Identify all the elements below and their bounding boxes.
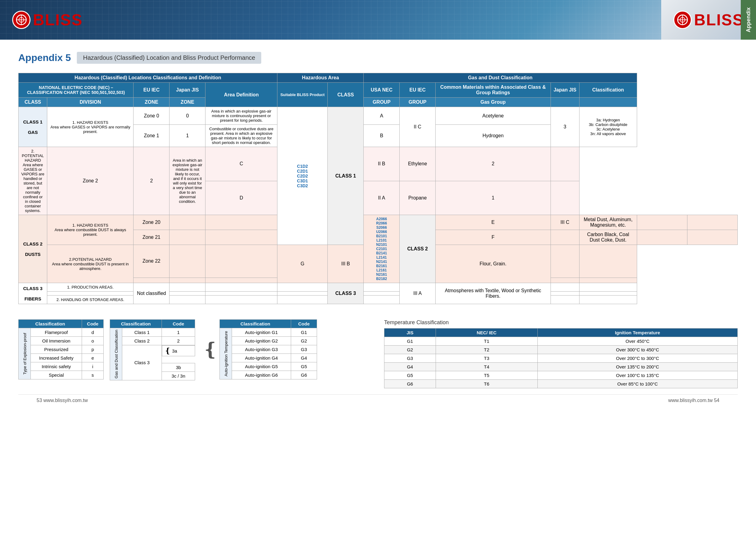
table-row: Special s — [18, 371, 104, 380]
table-row: Auto-ignition Temperature Auto-ignition … — [220, 328, 317, 337]
table-row: Auto-ignition G2 G2 — [220, 337, 317, 345]
code-e: e — [82, 354, 104, 362]
logo-icon-left — [12, 11, 31, 29]
zone21-num — [170, 230, 205, 245]
code-s: s — [82, 371, 104, 380]
appendix-title-row: Appendix 5 Hazardous (Classified) Locati… — [18, 52, 738, 64]
class3-class — [579, 283, 637, 292]
flourGrain: Flour, Grain. — [436, 245, 551, 283]
temp-nec: T1 — [436, 337, 537, 346]
class3-row: Class 3 — [122, 345, 162, 380]
table-row: Gas and Dust Classification Class 1 1 — [110, 328, 195, 337]
class2-products: A2066 R2066 S2066 U2066 B2101 L2101 N210… — [364, 215, 400, 283]
flameproof: Flameproof — [31, 328, 82, 337]
header-left: BLISS — [0, 0, 95, 40]
header-japan-jis3 — [579, 98, 637, 107]
header-area-def: Area Definition — [205, 83, 277, 107]
class2-class-f — [687, 230, 738, 245]
zone22-num — [170, 245, 205, 278]
groupF: F — [436, 230, 551, 245]
zone2-label: Zone 2 — [47, 147, 134, 215]
zone22b — [134, 278, 170, 283]
special: Special — [31, 371, 82, 380]
temp-jis: G5 — [384, 371, 436, 380]
bliss-logo-left: BLISS — [12, 11, 83, 29]
table-row: Class 2 2 — [110, 337, 195, 345]
temp-nec: T5 — [436, 371, 537, 380]
appendix-subtitle: Hazardous (Classified) Location and Blis… — [77, 52, 261, 64]
table-row: G1T1Over 450°C — [384, 337, 738, 346]
code-2: 2 — [162, 337, 195, 345]
table-row: Intrinsic safety i — [18, 362, 104, 371]
oil-immersion: Oil Immersion — [31, 337, 82, 345]
temp-ignition: Over 450°C — [537, 337, 738, 346]
ethylene: Ethylene — [400, 147, 436, 181]
auto-g5: Auto-ignition G5 — [232, 362, 291, 371]
propane: Propane — [400, 181, 436, 215]
groupB: B — [364, 125, 400, 147]
groupA: A — [364, 107, 400, 125]
groupC: C — [205, 147, 277, 181]
code-p: p — [82, 345, 104, 354]
pressurized: Pressurized — [31, 345, 82, 354]
footer-right: www.blissyih.com.tw 54 — [668, 398, 719, 403]
class2-row: Class 2 — [122, 337, 162, 345]
table-row: 2. POTENTIAL HAZARDArea where GASES or V… — [18, 147, 738, 181]
japan3: 3 — [551, 107, 579, 147]
table-row: Auto-ignition G4 G4 — [220, 354, 317, 362]
brace-table3-wrap: ❴ Classification Code Auto-ignition Temp… — [201, 319, 317, 380]
class3-group — [364, 283, 400, 292]
appendix-tab: Appendix — [741, 0, 756, 40]
logo-icon-right — [673, 11, 692, 29]
code-o: o — [82, 337, 104, 345]
gas-dust-header1: Classification — [110, 320, 162, 328]
class3-japan2 — [551, 292, 579, 296]
hydrogen: Hydrogen — [436, 125, 551, 147]
table-row: Auto-ignition G6 G6 — [220, 371, 317, 380]
table-row — [18, 292, 738, 296]
zone1-num: 1 — [170, 125, 205, 147]
bottom-section: Classification Code Type of Explosion-pr… — [18, 319, 738, 388]
iiic: III C — [551, 215, 579, 230]
footer: 53 www.blissyih.com.tw www.blissyih.com.… — [18, 394, 738, 406]
class1-label: CLASS 1GAS — [18, 107, 47, 147]
header-japan-jis: Japan JIS — [170, 83, 205, 98]
header-class-col: CLASS — [18, 98, 47, 107]
header-zone1: ZONE — [134, 98, 170, 107]
appendix-tab-text: Appendix — [745, 7, 752, 32]
header-classification: Classification — [579, 83, 637, 98]
class1-div2-hazard: 2. POTENTIAL HAZARDArea where GASES or V… — [18, 147, 47, 215]
groupE: E — [436, 215, 551, 230]
header-gas-dust-section: Gas and Dust Classification — [364, 73, 637, 83]
table-row: G5T5Over 100°C to 135°C — [384, 371, 738, 380]
class3-zone-num — [170, 283, 205, 292]
class1-3a: 3a: Hydrogen3b: Carbon disulphide3c: Ace… — [579, 107, 637, 147]
zone20-num — [170, 215, 205, 230]
header-division: DIVISION — [47, 98, 134, 107]
temperature-table: JIS NEC/ IEC Ignition Temperature G1T1Ov… — [384, 328, 738, 388]
class3-product2 — [277, 292, 328, 296]
header-right: BLISS Appendix — [661, 0, 756, 40]
acetylene: Acetylene — [436, 107, 551, 125]
brace-symbol: ❴ — [203, 340, 218, 359]
auto-g6: Auto-ignition G6 — [232, 371, 291, 380]
class3-class2 — [579, 292, 637, 296]
class3-group2 — [364, 292, 400, 296]
class3-div1b — [47, 292, 134, 296]
temp-ignition: Over 200°C to 300°C — [537, 354, 738, 363]
main-content: Appendix 5 Hazardous (Classified) Locati… — [0, 40, 756, 418]
header-nec-section: Hazardous (Classified) Locations Classif… — [18, 73, 277, 83]
table-row: Oil Immersion o — [18, 337, 104, 345]
class3-product — [277, 283, 328, 292]
logo-text-left: BLISS — [33, 11, 83, 29]
metalDust: Metal Dust, Aluminum, Magnesium, etc. — [579, 215, 637, 230]
class3-hazardous-label: CLASS 3 — [328, 283, 364, 304]
header-group2: GROUP — [400, 98, 436, 107]
auto-ignition-table: Classification Code Auto-ignition Temper… — [220, 319, 317, 380]
table-row: CLASS 3FIBERS 1. PRODUCTION AREAS. Not c… — [18, 283, 738, 292]
header-eu-iec: EU IEC — [134, 83, 170, 98]
header-zone2: ZONE — [170, 98, 205, 107]
class1-empty — [551, 181, 579, 215]
auto-ign-header1: Classification — [220, 320, 291, 328]
table-row: Auto-ignition G3 G3 — [220, 345, 317, 354]
